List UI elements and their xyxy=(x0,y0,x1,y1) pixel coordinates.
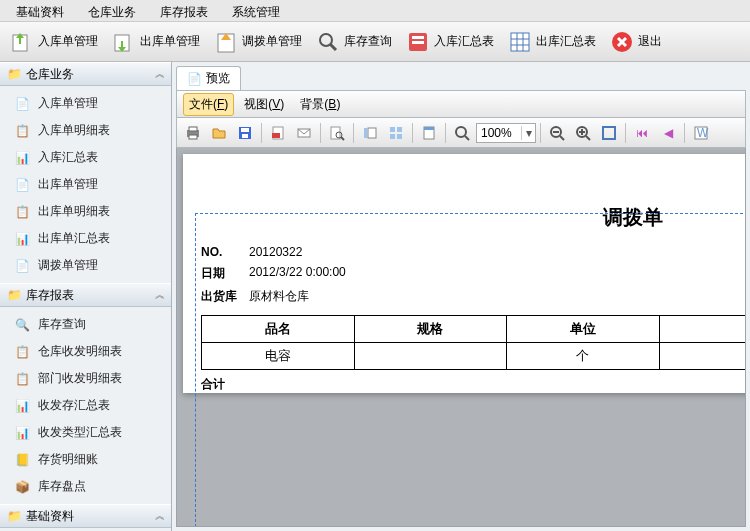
tb-in-sum[interactable]: 入库汇总表 xyxy=(400,26,500,58)
no-label: NO. xyxy=(201,245,245,259)
close-icon xyxy=(610,30,634,54)
sidebar-item[interactable]: 📊入库汇总表 xyxy=(0,144,171,171)
tb-label: 退出 xyxy=(638,33,662,50)
item-icon: 📊 xyxy=(14,150,30,166)
sidebar-item[interactable]: 📄出库单管理 xyxy=(0,171,171,198)
outline-icon[interactable] xyxy=(358,122,382,144)
sidebar-item[interactable]: 📄调拨单管理 xyxy=(0,252,171,279)
item-icon: 📒 xyxy=(14,452,30,468)
item-icon: 📋 xyxy=(14,371,30,387)
panel-header-basic[interactable]: 📁 基础资料 ︽ xyxy=(0,504,171,528)
panel-header-report[interactable]: 📁 库存报表 ︽ xyxy=(0,283,171,307)
outbound-icon xyxy=(112,30,136,54)
view-menu[interactable]: 视图(V) xyxy=(238,93,290,116)
transfer-icon xyxy=(214,30,238,54)
sum-label: 合计 xyxy=(201,376,225,393)
email-icon[interactable] xyxy=(292,122,316,144)
find-icon[interactable] xyxy=(325,122,349,144)
svg-line-42 xyxy=(586,136,590,140)
file-menu[interactable]: 文件(F) xyxy=(183,93,234,116)
tb-search[interactable]: 库存查询 xyxy=(310,26,398,58)
svg-rect-33 xyxy=(424,127,434,130)
svg-line-4 xyxy=(330,44,336,50)
sidebar-item[interactable]: 📋入库单明细表 xyxy=(0,117,171,144)
separator xyxy=(540,123,541,143)
svg-rect-27 xyxy=(368,128,376,138)
sidebar-item-label: 出库单管理 xyxy=(38,176,98,193)
document-page: 调拨单 NO. 20120322 日期 2012/3/22 0:00:00 经手… xyxy=(183,154,746,393)
tb-transfer[interactable]: 调拨单管理 xyxy=(208,26,308,58)
sidebar-item[interactable]: 🔍库存查询 xyxy=(0,311,171,338)
sidebar-item[interactable]: 📋部门收发明细表 xyxy=(0,365,171,392)
tb-label: 入库汇总表 xyxy=(434,33,494,50)
col-header: 单位 xyxy=(507,316,660,343)
panel-header-warehouse[interactable]: 📁 仓库业务 ︽ xyxy=(0,62,171,86)
svg-text:W: W xyxy=(697,126,709,140)
sidebar-item-label: 收发存汇总表 xyxy=(38,397,110,414)
fullscreen-icon[interactable] xyxy=(597,122,621,144)
first-page-icon[interactable]: ⏮ xyxy=(630,122,654,144)
sidebar-item-label: 库存盘点 xyxy=(38,478,86,495)
menu-system[interactable]: 系统管理 xyxy=(220,2,292,19)
prev-page-icon[interactable]: ◀ xyxy=(656,122,680,144)
sidebar-item-label: 出库单汇总表 xyxy=(38,230,110,247)
tb-label: 出库单管理 xyxy=(140,33,200,50)
date-value: 2012/3/22 0:00:00 xyxy=(249,265,346,282)
svg-rect-18 xyxy=(241,128,249,132)
sidebar-item[interactable]: 📦库存盘点 xyxy=(0,473,171,500)
tb-label: 调拨单管理 xyxy=(242,33,302,50)
tb-out-sum[interactable]: 出库汇总表 xyxy=(502,26,602,58)
separator xyxy=(320,123,321,143)
sidebar-item[interactable]: 📄入库单管理 xyxy=(0,90,171,117)
date-label: 日期 xyxy=(201,265,245,282)
sidebar-item[interactable]: 📋出库单明细表 xyxy=(0,198,171,225)
tb-outbound[interactable]: 出库单管理 xyxy=(106,26,206,58)
item-icon: 📦 xyxy=(14,479,30,495)
sidebar-item[interactable]: 📒存货明细账 xyxy=(0,446,171,473)
panel-title: 库存报表 xyxy=(26,287,74,304)
item-icon: 📄 xyxy=(14,177,30,193)
folder-icon: 📁 xyxy=(6,508,22,524)
in-sum-icon xyxy=(406,30,430,54)
background-menu[interactable]: 背景(B) xyxy=(294,93,346,116)
sidebar-item-label: 库存查询 xyxy=(38,316,86,333)
zoom-combo[interactable]: ▾ xyxy=(476,123,536,143)
preview-icon: 📄 xyxy=(187,72,202,86)
svg-rect-31 xyxy=(397,134,402,139)
preview-canvas[interactable]: 调拨单 NO. 20120322 日期 2012/3/22 0:00:00 经手… xyxy=(176,148,746,527)
svg-rect-43 xyxy=(603,127,615,139)
tb-exit[interactable]: 退出 xyxy=(604,26,668,58)
cell: 电容 xyxy=(202,343,355,370)
sidebar-item[interactable]: 📊出库单汇总表 xyxy=(0,225,171,252)
watermark-icon[interactable]: W xyxy=(689,122,713,144)
sidebar-item-label: 仓库收发明细表 xyxy=(38,343,122,360)
item-icon: 📋 xyxy=(14,123,30,139)
zoom-input[interactable] xyxy=(477,126,521,140)
sidebar-item[interactable]: 📊收发类型汇总表 xyxy=(0,419,171,446)
zoom-out-icon[interactable] xyxy=(545,122,569,144)
thumbnails-icon[interactable] xyxy=(384,122,408,144)
separator xyxy=(625,123,626,143)
tb-inbound[interactable]: 入库单管理 xyxy=(4,26,104,58)
export-pdf-icon[interactable] xyxy=(266,122,290,144)
sidebar-item[interactable]: 📊收发存汇总表 xyxy=(0,392,171,419)
menu-warehouse[interactable]: 仓库业务 xyxy=(76,2,148,19)
zoom-in-icon[interactable] xyxy=(571,122,595,144)
item-icon: 📊 xyxy=(14,398,30,414)
sidebar-item-label: 存货明细账 xyxy=(38,451,98,468)
sidebar-item[interactable]: 📋仓库收发明细表 xyxy=(0,338,171,365)
inbound-icon xyxy=(10,30,34,54)
tb-label: 库存查询 xyxy=(344,33,392,50)
preview-tab[interactable]: 📄 预览 xyxy=(176,66,241,90)
svg-line-25 xyxy=(341,137,344,140)
svg-rect-19 xyxy=(242,134,248,138)
zoom-icon[interactable] xyxy=(450,122,474,144)
menu-basic[interactable]: 基础资料 xyxy=(4,2,76,19)
save-icon[interactable] xyxy=(233,122,257,144)
open-icon[interactable] xyxy=(207,122,231,144)
page-setup-icon[interactable] xyxy=(417,122,441,144)
preview-menubar: 文件(F) 视图(V) 背景(B) xyxy=(176,90,746,118)
chevron-down-icon[interactable]: ▾ xyxy=(521,126,535,140)
print-icon[interactable] xyxy=(181,122,205,144)
menu-report[interactable]: 库存报表 xyxy=(148,2,220,19)
